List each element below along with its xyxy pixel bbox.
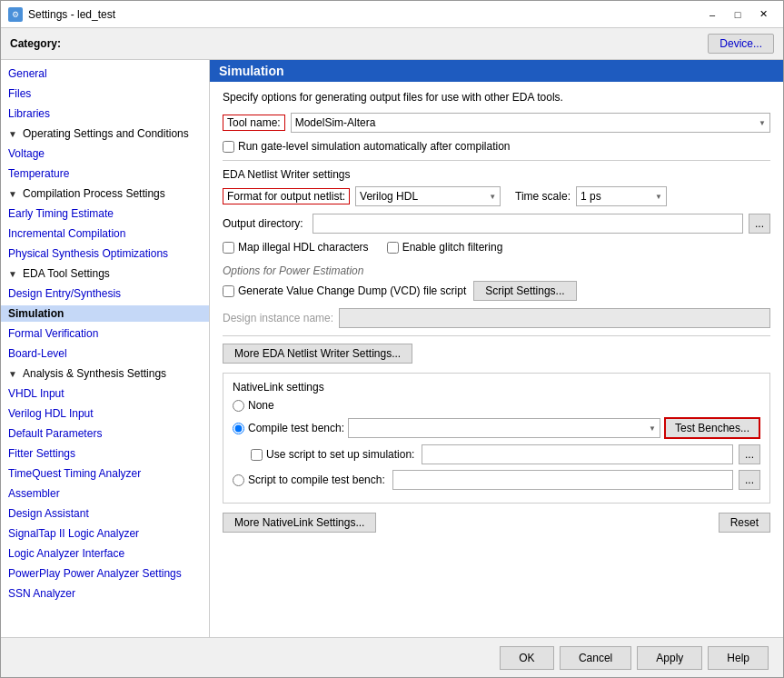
sidebar-item-incremental[interactable]: Incremental Compilation	[1, 224, 209, 244]
sidebar-item-general[interactable]: General	[1, 64, 209, 84]
run-gate-level-checkbox[interactable]	[223, 141, 234, 153]
enable-glitch-checkbox[interactable]	[387, 242, 399, 254]
main-area: General Files Libraries ▼ Operat	[1, 60, 783, 637]
output-dir-row: Output directory: simulation/modelsim ..…	[223, 214, 770, 234]
output-dir-input[interactable]: simulation/modelsim	[313, 214, 743, 234]
script-compile-label: Script to compile test bench:	[248, 474, 385, 486]
apply-button[interactable]: Apply	[637, 646, 702, 670]
sidebar-item-powerplay[interactable]: PowerPlay Power Analyzer Settings	[1, 563, 209, 583]
output-dir-browse-button[interactable]: ...	[749, 214, 770, 234]
sidebar-item-compilation-process[interactable]: ▼ Compilation Process Settings	[1, 184, 209, 204]
sidebar-item-eda-tool[interactable]: ▼ EDA Tool Settings	[1, 264, 209, 284]
compile-test-bench-dropdown[interactable]: ▼	[348, 418, 660, 438]
timescale-dropdown[interactable]: 1 ps ▼	[576, 186, 667, 206]
script-compile-input[interactable]	[392, 470, 733, 490]
sidebar-item-voltage[interactable]: Voltage	[1, 144, 209, 164]
sidebar-item-physical-synthesis[interactable]: Physical Synthesis Optimizations	[1, 244, 209, 264]
tool-name-value: ModelSim-Altera	[295, 116, 376, 129]
sidebar-item-simulation[interactable]: Simulation	[1, 304, 209, 324]
sidebar-item-files[interactable]: Files	[1, 84, 209, 104]
maximize-button[interactable]: □	[725, 5, 750, 24]
sidebar-item-operating-settings[interactable]: ▼ Operating Settings and Conditions	[1, 124, 209, 144]
sidebar-item-design-assistant[interactable]: Design Assistant	[1, 504, 209, 523]
enable-glitch-row: Enable glitch filtering	[387, 241, 503, 254]
sidebar-item-board-level[interactable]: Board-Level	[1, 344, 209, 364]
sidebar-item-timequest[interactable]: TimeQuest Timing Analyzer	[1, 464, 209, 484]
sidebar: General Files Libraries ▼ Operat	[1, 60, 210, 637]
use-script-input[interactable]	[422, 444, 733, 464]
settings-panel: Simulation Specify options for generatin…	[210, 60, 783, 637]
sidebar-item-fitter-settings[interactable]: Fitter Settings	[1, 444, 209, 464]
none-radio-row: None	[233, 399, 760, 412]
script-compile-browse-button[interactable]: ...	[739, 470, 760, 490]
cancel-button[interactable]: Cancel	[560, 646, 631, 670]
expand-icon-operating: ▼	[8, 129, 19, 139]
generate-vcd-label: Generate Value Change Dump (VCD) file sc…	[238, 284, 466, 297]
sidebar-item-formal-verification[interactable]: Formal Verification	[1, 324, 209, 344]
tool-name-dropdown[interactable]: ModelSim-Altera ▼	[291, 113, 770, 133]
tool-name-arrow-icon: ▼	[759, 119, 766, 127]
output-dir-label: Output directory:	[223, 217, 303, 230]
settings-icon: ⚙	[8, 7, 23, 22]
sidebar-item-verilog-hdl[interactable]: Verilog HDL Input	[1, 404, 209, 424]
map-illegal-label: Map illegal HDL characters	[238, 241, 369, 254]
sidebar-item-early-timing[interactable]: Early Timing Estimate	[1, 204, 209, 224]
title-bar: ⚙ Settings - led_test – □ ✕	[1, 1, 783, 28]
category-label: Category:	[10, 37, 61, 50]
panel-description: Specify options for generating output fi…	[223, 91, 770, 104]
run-gate-level-row: Run gate-level simulation automatically …	[223, 140, 770, 153]
divider-2	[223, 335, 770, 336]
use-script-label: Use script to set up simulation:	[266, 448, 414, 461]
format-dropdown[interactable]: Verilog HDL ▼	[355, 186, 501, 206]
format-row: Format for output netlist: Verilog HDL ▼…	[223, 186, 770, 206]
category-bar: Category: Device...	[1, 28, 783, 60]
design-instance-label: Design instance name:	[223, 312, 333, 324]
sidebar-item-temperature[interactable]: Temperature	[1, 164, 209, 184]
design-instance-row: Design instance name:	[223, 308, 770, 328]
reset-button[interactable]: Reset	[719, 513, 770, 533]
power-estimation-section: Options for Power Estimation Generate Va…	[223, 264, 770, 328]
use-script-browse-button[interactable]: ...	[739, 444, 760, 464]
title-bar-left: ⚙ Settings - led_test	[8, 7, 115, 22]
script-compile-row: Script to compile test bench: ...	[233, 470, 760, 490]
none-label: None	[248, 399, 274, 412]
sidebar-item-vhdl-input[interactable]: VHDL Input	[1, 384, 209, 404]
map-illegal-row: Map illegal HDL characters	[223, 241, 369, 254]
ok-button[interactable]: OK	[500, 646, 554, 670]
eda-netlist-title: EDA Netlist Writer settings	[223, 168, 770, 181]
sidebar-item-libraries[interactable]: Libraries	[1, 104, 209, 124]
sidebar-item-signaltap[interactable]: SignalTap II Logic Analyzer	[1, 523, 209, 543]
use-script-checkbox[interactable]	[251, 449, 263, 461]
sidebar-item-default-params[interactable]: Default Parameters	[1, 424, 209, 444]
more-reset-row: More NativeLink Settings... Reset	[223, 513, 770, 533]
bottom-bar: OK Cancel Apply Help	[1, 637, 783, 677]
script-settings-button[interactable]: Script Settings...	[473, 281, 576, 301]
more-nativelink-button[interactable]: More NativeLink Settings...	[223, 513, 376, 533]
sidebar-item-assembler[interactable]: Assembler	[1, 484, 209, 504]
more-eda-button[interactable]: More EDA Netlist Writer Settings...	[223, 344, 412, 364]
minimize-button[interactable]: –	[700, 5, 725, 24]
design-instance-input[interactable]	[339, 308, 770, 328]
help-button[interactable]: Help	[708, 646, 769, 670]
test-benches-button[interactable]: Test Benches...	[664, 417, 760, 439]
device-button[interactable]: Device...	[708, 34, 774, 54]
script-compile-radio[interactable]	[233, 474, 244, 486]
generate-vcd-checkbox[interactable]	[223, 285, 234, 297]
divider-1	[223, 160, 770, 161]
settings-window: ⚙ Settings - led_test – □ ✕ Category: De…	[0, 0, 784, 678]
compile-test-bench-radio[interactable]	[233, 423, 244, 434]
map-illegal-checkbox[interactable]	[223, 242, 234, 254]
sidebar-item-ssn[interactable]: SSN Analyzer	[1, 583, 209, 603]
use-script-row: Use script to set up simulation: ...	[233, 444, 760, 464]
tool-name-label: Tool name:	[223, 115, 285, 131]
timescale-value: 1 ps	[581, 190, 601, 203]
close-button[interactable]: ✕	[750, 5, 776, 24]
expand-icon-eda: ▼	[8, 269, 19, 279]
sidebar-item-analysis-synthesis[interactable]: ▼ Analysis & Synthesis Settings	[1, 364, 209, 384]
nativelink-title: NativeLink settings	[233, 381, 760, 394]
none-radio[interactable]	[233, 400, 244, 412]
timescale-label: Time scale:	[515, 190, 571, 203]
sidebar-item-logic-analyzer[interactable]: Logic Analyzer Interface	[1, 543, 209, 563]
sidebar-item-design-entry[interactable]: Design Entry/Synthesis	[1, 284, 209, 304]
generate-vcd-row: Generate Value Change Dump (VCD) file sc…	[223, 281, 770, 301]
